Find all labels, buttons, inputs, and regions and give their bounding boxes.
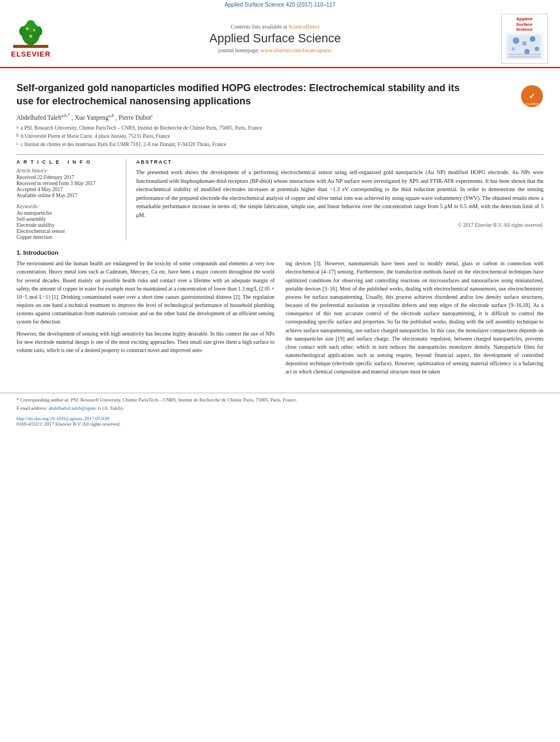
elsevier-logo: ELSEVIER	[11, 19, 51, 58]
svg-point-6	[33, 29, 36, 32]
svg-point-7	[29, 35, 32, 38]
article-content: Self-organized gold nanoparticles modifi…	[0, 68, 560, 385]
svg-rect-10	[508, 35, 541, 57]
article-info-heading: A R T I C L E I N F O	[16, 159, 118, 165]
keywords-label: Keywords:	[16, 204, 118, 209]
body-para-1: The environment and the human health are…	[16, 259, 275, 326]
journal-header: ELSEVIER Contents lists available at Sci…	[0, 9, 560, 68]
elsevier-label: ELSEVIER	[11, 50, 51, 58]
footnote-section: * Corresponding author at: PSL Research …	[0, 393, 560, 412]
affil-c-text: c Institut de chimie et des matériaux Pa…	[21, 141, 227, 149]
body-two-col: The environment and the human health are…	[16, 259, 544, 379]
journal-ref: Applied Surface Science 420 (2017) 110–1…	[225, 2, 335, 8]
keyword-4: Electrochemical sensor	[16, 228, 118, 234]
crossmark-area: ✓ CrossMark	[520, 85, 544, 109]
history-label: Article history:	[16, 168, 118, 174]
journal-center: Contents lists available at ScienceDirec…	[51, 24, 500, 53]
sciencedirect-line: Contents lists available at ScienceDirec…	[56, 24, 494, 30]
doi-section: http://dx.doi.org/10.1016/j.apsusc.2017.…	[0, 414, 560, 429]
crossmark-icon: ✓ CrossMark	[520, 85, 544, 108]
online-date: Available online 8 May 2017	[16, 193, 118, 198]
authors-line: Abdelhafed Taleba,b,* , Xue Yanpenga,b ,…	[16, 113, 544, 121]
section1-title: 1. Introduction	[16, 249, 544, 256]
keyword-5: Copper detection	[16, 235, 118, 240]
body-section: 1. Introduction The environment and the …	[16, 249, 544, 379]
revised-date: Received in revised form 3 May 2017	[16, 181, 118, 186]
abstract-text: The presented work shows the development…	[136, 168, 544, 219]
corresponding-note: * Corresponding author at: PSL Research …	[16, 397, 544, 404]
svg-point-14	[512, 47, 515, 51]
email-note: E-mail address: abdelhafed.taleb@upmc.fr…	[16, 405, 544, 412]
svg-rect-8	[13, 45, 48, 48]
doi-url[interactable]: http://dx.doi.org/10.1016/j.apsusc.2017.…	[16, 416, 109, 421]
journal-logo-box: Applied Surface Science	[501, 14, 548, 64]
title-block: Self-organized gold nanoparticles modifi…	[16, 81, 514, 108]
issn-line: 0169-4332/© 2017 Elsevier B.V. All right…	[16, 421, 544, 427]
journal-name: Applied Surface Science	[56, 31, 494, 46]
svg-point-11	[513, 37, 519, 44]
body-para-3: ing devices [3]. However, nanomaterials …	[285, 259, 544, 376]
keyword-1: Au nanoparticles	[16, 210, 118, 216]
svg-point-15	[524, 49, 530, 54]
affil-b: b b Université Pierre et Marie Curie, 4 …	[16, 132, 544, 141]
info-abstract-section: A R T I C L E I N F O Article history: R…	[16, 154, 544, 241]
svg-point-5	[26, 27, 29, 31]
svg-point-12	[522, 41, 527, 46]
body-left-col: The environment and the human health are…	[16, 259, 275, 379]
keyword-3: Electrode stability	[16, 222, 118, 228]
svg-point-16	[535, 47, 539, 51]
affiliations: a a PSL Research University, Chimie Pari…	[16, 124, 544, 149]
keyword-2: Self-assembly	[16, 216, 118, 222]
homepage-link[interactable]: www.elsevier.com/locate/apsusc	[261, 47, 332, 53]
abstract-col: ABSTRACT The presented work shows the de…	[136, 159, 544, 241]
received-date: Received 22 February 2017	[16, 175, 118, 180]
journal-homepage: journal homepage: www.elsevier.com/locat…	[56, 47, 494, 53]
body-para-2: However, the development of sensing with…	[16, 330, 275, 355]
svg-text:CrossMark: CrossMark	[525, 102, 539, 105]
journal-logo-right: Applied Surface Science	[500, 14, 549, 64]
affil-a-text: a PSL Research University, Chimie ParisT…	[21, 124, 262, 132]
journal-cover-icon	[505, 32, 544, 60]
article-info-col: A R T I C L E I N F O Article history: R…	[16, 159, 126, 241]
svg-text:✓: ✓	[529, 92, 535, 101]
abstract-heading: ABSTRACT	[136, 159, 544, 165]
copyright: © 2017 Elsevier B.V. All rights reserved…	[136, 222, 544, 228]
accepted-date: Accepted 4 May 2017	[16, 187, 118, 192]
body-right-col: ing devices [3]. However, nanomaterials …	[285, 259, 544, 379]
elsevier-tree-icon	[12, 19, 50, 49]
affil-b-text: b Université Pierre et Marie Curie, 4 pl…	[21, 132, 170, 141]
svg-point-13	[530, 36, 535, 42]
doi-link: http://dx.doi.org/10.1016/j.apsusc.2017.…	[16, 416, 544, 421]
affil-c: c c Institut de chimie et des matériaux …	[16, 141, 544, 149]
affil-a: a a PSL Research University, Chimie Pari…	[16, 124, 544, 132]
keywords-list: Au nanoparticles Self-assembly Electrode…	[16, 210, 118, 240]
email-link[interactable]: abdelhafed.taleb@upmc.fr	[48, 405, 101, 411]
sciencedirect-link[interactable]: ScienceDirect	[289, 24, 320, 30]
page-wrapper: Applied Surface Science 420 (2017) 110–1…	[0, 0, 560, 429]
title-area: Self-organized gold nanoparticles modifi…	[16, 81, 544, 109]
article-title: Self-organized gold nanoparticles modifi…	[16, 81, 467, 108]
